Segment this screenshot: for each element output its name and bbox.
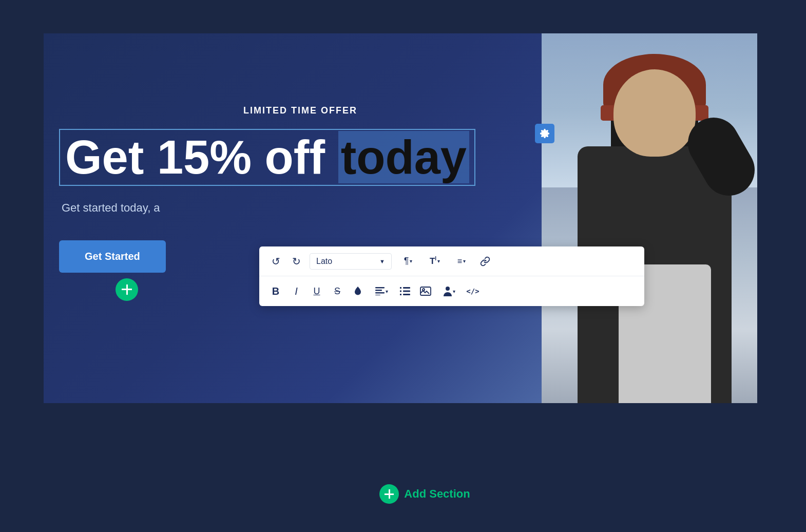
link-icon (480, 256, 490, 267)
color-picker-button[interactable] (348, 281, 368, 301)
text-size-button[interactable]: TI ▾ (421, 252, 448, 271)
link-button[interactable] (475, 251, 495, 272)
italic-icon: I (295, 286, 298, 297)
settings-gear-button[interactable] (535, 124, 554, 143)
underline-button[interactable]: U (306, 281, 327, 301)
hero-photo (542, 33, 757, 403)
text-align-button[interactable]: ▾ (368, 281, 395, 301)
text-align-arrow: ▾ (386, 289, 388, 294)
headline-part1: Get 15% off (65, 131, 325, 183)
text-toolbar: ↺ ↻ Lato ▼ ¶ ▾ TI ▾ ≡ (259, 246, 644, 306)
redo-button[interactable]: ↻ (286, 251, 306, 272)
figure-silhouette (567, 54, 742, 403)
font-selector[interactable]: Lato ▼ (310, 253, 392, 270)
svg-rect-8 (400, 294, 401, 295)
align-icon: ≡ (457, 257, 462, 266)
code-icon: </> (466, 287, 479, 295)
undo-icon: ↺ (272, 255, 280, 268)
svg-rect-5 (403, 287, 410, 289)
svg-rect-3 (375, 295, 380, 295)
svg-rect-4 (400, 287, 401, 289)
text-align-icon (375, 287, 385, 295)
add-section-button[interactable]: Add Section (379, 484, 470, 504)
bold-button[interactable]: B (265, 281, 286, 301)
code-button[interactable]: </> (463, 281, 483, 301)
svg-rect-9 (403, 294, 410, 295)
subheadline: Get started today, a (62, 201, 531, 215)
align-button[interactable]: ≡ ▾ (448, 252, 475, 271)
paragraph-style-button[interactable]: ¶ ▾ (395, 252, 421, 271)
undo-button[interactable]: ↺ (265, 251, 286, 272)
svg-rect-6 (400, 291, 401, 292)
svg-rect-2 (375, 292, 385, 294)
add-section-label: Add Section (404, 487, 470, 501)
add-element-button[interactable] (116, 278, 138, 301)
redo-icon: ↻ (292, 255, 301, 268)
add-section-circle-icon (379, 484, 399, 504)
strikethrough-button[interactable]: S (327, 281, 348, 301)
gear-icon (540, 128, 550, 139)
personalization-button[interactable]: ▾ (436, 281, 463, 301)
hero-section: LIMITED TIME OFFER Get 15% off today (44, 33, 757, 403)
text-size-arrow: ▾ (437, 258, 440, 264)
list-button[interactable] (395, 281, 415, 301)
toolbar-row-1: ↺ ↻ Lato ▼ ¶ ▾ TI ▾ ≡ (259, 246, 644, 276)
italic-button[interactable]: I (286, 281, 306, 301)
svg-rect-7 (403, 291, 410, 292)
toolbar-row-2: B I U S (259, 276, 644, 306)
add-section-area: Add Section (44, 484, 806, 504)
list-icon (400, 287, 410, 296)
cta-button[interactable]: Get Started (59, 240, 166, 273)
headline-selection-box[interactable]: Get 15% off today (59, 129, 475, 186)
paragraph-arrow: ▾ (410, 258, 412, 264)
svg-point-12 (446, 287, 450, 291)
align-arrow: ▾ (463, 258, 466, 264)
limited-time-label: LIMITED TIME OFFER (69, 105, 531, 116)
paragraph-icon: ¶ (404, 256, 409, 267)
person-arrow: ▾ (453, 289, 455, 294)
headline-highlighted: today (338, 131, 469, 183)
svg-rect-0 (375, 287, 385, 289)
person-icon (444, 286, 452, 296)
color-drop-icon (353, 286, 362, 297)
font-dropdown-arrow: ▼ (379, 258, 385, 264)
image-icon (420, 287, 431, 296)
bold-icon: B (272, 286, 279, 297)
strikethrough-icon: S (334, 286, 340, 297)
canvas-wrapper: LIMITED TIME OFFER Get 15% off today (44, 33, 806, 532)
headline-text: Get 15% off today (65, 132, 469, 182)
headline-container: Get 15% off today (59, 129, 531, 186)
underline-icon: U (314, 286, 320, 297)
font-name: Lato (316, 257, 332, 266)
svg-rect-1 (375, 290, 382, 291)
text-size-icon: TI (430, 256, 436, 267)
image-button[interactable] (415, 281, 436, 301)
